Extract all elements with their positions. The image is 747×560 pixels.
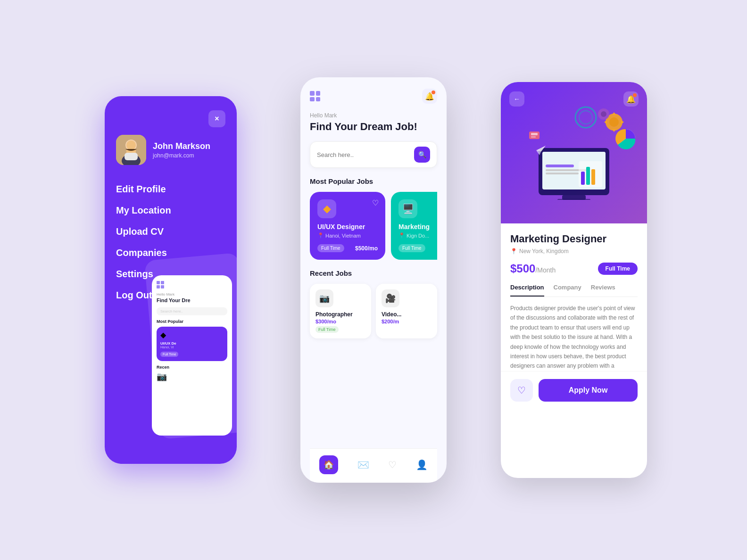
svg-rect-15 bbox=[581, 172, 585, 185]
search-bar[interactable]: 🔍 bbox=[310, 141, 437, 168]
salary-period: /Month bbox=[535, 266, 556, 274]
bottom-navbar: 🏠 ✉️ ♡ 👤 bbox=[310, 448, 437, 483]
mini-camera: 📷 bbox=[157, 371, 227, 382]
tabs-row: Description Company Reviews bbox=[510, 284, 638, 297]
phone2-content: 🔔 Hello Mark Find Your Dream Job! 🔍 Most… bbox=[300, 77, 447, 483]
recent-job-video[interactable]: 🎥 Video... $200/m bbox=[376, 284, 437, 338]
nav-profile[interactable]: 👤 bbox=[416, 459, 428, 470]
svg-point-26 bbox=[575, 107, 596, 128]
mini-search: Search here.. bbox=[157, 307, 227, 315]
notification-dot bbox=[432, 91, 435, 94]
favorite-button[interactable]: ♡ bbox=[510, 379, 533, 402]
svg-rect-30 bbox=[531, 133, 538, 135]
photographer-salary: $300/mo bbox=[315, 319, 365, 324]
search-button[interactable]: 🔍 bbox=[414, 147, 430, 163]
notification-bell[interactable]: 🔔 bbox=[422, 89, 437, 104]
job-card-marketing[interactable]: 🖥️ Marketing 📍 Kign Do... Full Time bbox=[391, 192, 437, 260]
avatar bbox=[116, 135, 146, 165]
apply-now-button[interactable]: Apply Now bbox=[539, 379, 638, 402]
nav-favorites[interactable]: ♡ bbox=[388, 459, 397, 470]
job-type-badge-2: Full Time bbox=[398, 244, 425, 252]
mini-title: Find Your Dre bbox=[157, 297, 227, 304]
location-pin-icon-2: 📍 bbox=[398, 232, 405, 239]
phone2-header: 🔔 bbox=[310, 89, 437, 104]
mini-grid-icon bbox=[157, 281, 227, 288]
search-icon: 🔍 bbox=[418, 151, 426, 158]
tab-reviews[interactable]: Reviews bbox=[591, 284, 615, 296]
job-icon-uiux: ◆ bbox=[317, 199, 336, 218]
scene: Hello Mark Find Your Dre Search here.. M… bbox=[91, 44, 656, 516]
video-title: Video... bbox=[382, 311, 432, 318]
description-text: Products designer provide the user's poi… bbox=[510, 304, 638, 371]
salary-display: $500/Month bbox=[510, 262, 556, 275]
photographer-icon: 📷 bbox=[315, 289, 333, 307]
svg-point-25 bbox=[601, 111, 606, 117]
tab-description[interactable]: Description bbox=[510, 284, 544, 296]
mini-badge: Full Time bbox=[160, 352, 178, 357]
recent-jobs-list: 📷 Photographer $300/mo Full Time 🎥 Video… bbox=[310, 284, 437, 338]
close-button[interactable]: × bbox=[208, 110, 225, 127]
job-title-marketing: Marketing bbox=[398, 223, 437, 231]
home-icon: 🏠 bbox=[324, 460, 334, 470]
phone-home: 🔔 Hello Mark Find Your Dream Job! 🔍 Most… bbox=[300, 77, 447, 483]
popular-jobs-list: ♡ ◆ UI/UX Designer 📍 Hanoi, Vietnam Full… bbox=[310, 192, 437, 260]
svg-marker-23 bbox=[621, 120, 624, 124]
svg-marker-20 bbox=[612, 112, 616, 115]
page-title: Find Your Dream Job! bbox=[310, 121, 437, 133]
phone-menu: Hello Mark Find Your Dre Search here.. M… bbox=[105, 96, 237, 464]
mini-greeting: Hello Mark bbox=[157, 292, 227, 296]
svg-marker-22 bbox=[604, 120, 607, 124]
job-footer-uiux: Full Time $500/mo bbox=[317, 244, 378, 252]
salary-row: $500/Month Full Time bbox=[510, 262, 638, 275]
detail-job-title: Marketing Designer bbox=[510, 233, 638, 245]
svg-rect-13 bbox=[546, 173, 579, 174]
job-location-uiux: 📍 Hanoi, Vietnam bbox=[317, 232, 378, 239]
profile-info: John Markson john@mark.com bbox=[153, 141, 210, 159]
heart-icon[interactable]: ♡ bbox=[372, 198, 379, 207]
hero-section: ← 🔔 bbox=[501, 82, 647, 223]
heart-nav-icon: ♡ bbox=[388, 459, 397, 470]
mail-icon: ✉️ bbox=[357, 459, 369, 470]
photographer-badge: Full Time bbox=[315, 326, 339, 333]
mini-recent: Recen bbox=[157, 365, 227, 370]
video-icon: 🎥 bbox=[382, 289, 399, 307]
svg-point-27 bbox=[579, 111, 592, 124]
menu-item-upload-cv[interactable]: Upload CV bbox=[116, 222, 225, 241]
detail-content: Marketing Designer 📍 New York, Kingdom $… bbox=[501, 223, 647, 371]
mini-popular: Most Popular bbox=[157, 319, 227, 324]
phone-detail: ← 🔔 bbox=[501, 82, 647, 478]
tab-company[interactable]: Company bbox=[554, 284, 581, 296]
svg-rect-11 bbox=[546, 165, 574, 167]
job-type-badge: Full Time bbox=[317, 244, 344, 252]
salary-amount: $500 bbox=[510, 262, 535, 275]
svg-rect-5 bbox=[124, 153, 138, 160]
mini-job-title: UI/UX De bbox=[160, 341, 224, 346]
job-location-marketing: 📍 Kign Do... bbox=[398, 232, 437, 239]
svg-rect-17 bbox=[591, 169, 595, 185]
menu-item-my-location[interactable]: My Location bbox=[116, 201, 225, 220]
nav-messages[interactable]: ✉️ bbox=[357, 459, 369, 470]
detail-location: 📍 New York, Kingdom bbox=[510, 248, 638, 255]
job-salary: $500/mo bbox=[355, 245, 378, 252]
job-title-uiux: UI/UX Designer bbox=[317, 223, 378, 231]
job-type-badge-detail: Full Time bbox=[598, 263, 638, 275]
menu-item-edit-profile[interactable]: Edit Profile bbox=[116, 180, 225, 198]
close-row: × bbox=[116, 110, 225, 127]
detail-footer: ♡ Apply Now bbox=[501, 371, 647, 409]
search-input[interactable] bbox=[317, 151, 414, 158]
greeting-text: Hello Mark bbox=[310, 112, 437, 119]
grid-icon[interactable] bbox=[310, 91, 320, 101]
nav-home[interactable]: 🏠 bbox=[319, 455, 338, 474]
location-pin-icon: 📍 bbox=[317, 232, 324, 239]
recent-job-photographer[interactable]: 📷 Photographer $300/mo Full Time bbox=[310, 284, 371, 338]
mini-job-loc: Hanoi, Vi bbox=[160, 346, 224, 349]
user-name: John Markson bbox=[153, 141, 210, 151]
user-email: john@mark.com bbox=[153, 152, 210, 159]
svg-point-19 bbox=[609, 117, 619, 127]
avatar-svg bbox=[116, 135, 146, 165]
job-icon-marketing: 🖥️ bbox=[398, 199, 417, 218]
job-card-uiux[interactable]: ♡ ◆ UI/UX Designer 📍 Hanoi, Vietnam Full… bbox=[310, 192, 385, 260]
person-icon: 👤 bbox=[416, 459, 428, 470]
location-icon: 📍 bbox=[510, 248, 517, 255]
profile-section: John Markson john@mark.com bbox=[116, 135, 225, 165]
